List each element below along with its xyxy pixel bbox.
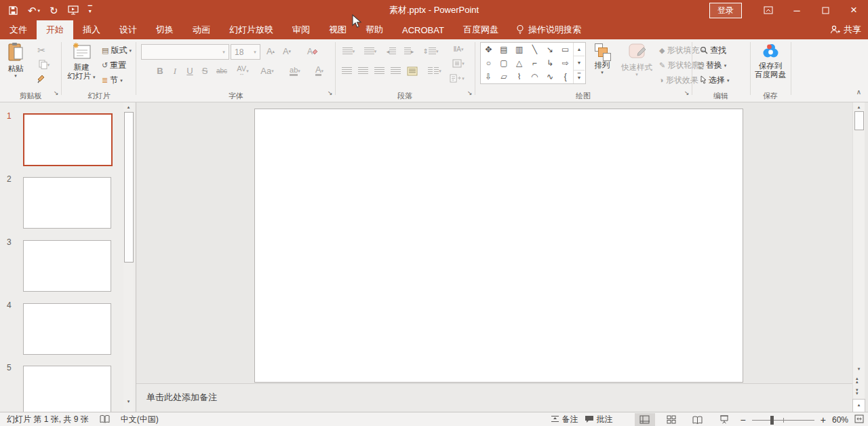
maximize-button[interactable]: [811, 0, 840, 20]
notes-pane[interactable]: 单击此处添加备注: [136, 383, 852, 412]
share-button[interactable]: 共享: [830, 20, 861, 39]
reset-button[interactable]: ↺ 重置: [102, 60, 126, 71]
tab-design[interactable]: 设计: [110, 20, 146, 39]
tell-me-search[interactable]: 操作说明搜索: [508, 20, 589, 39]
slide-canvas[interactable]: [254, 109, 743, 383]
align-center-button[interactable]: [355, 64, 370, 78]
undo-button[interactable]: ↶▾: [28, 5, 40, 16]
shape-outline-button[interactable]: ✎ 形状轮廓▾: [659, 60, 705, 71]
slide-thumbnail-4[interactable]: [23, 303, 111, 355]
zoom-in-button[interactable]: +: [821, 414, 826, 425]
align-text-button[interactable]: ▾: [445, 57, 472, 69]
notes-toggle-button[interactable]: 备注: [551, 414, 578, 425]
columns-button[interactable]: ▾: [425, 64, 445, 78]
find-button[interactable]: 查找: [700, 45, 726, 56]
font-color-button[interactable]: A▾: [309, 64, 330, 78]
zoom-slider[interactable]: [752, 413, 814, 426]
align-right-button[interactable]: [372, 64, 387, 78]
customize-qat-icon[interactable]: ▔▾: [88, 7, 92, 13]
previous-slide-button[interactable]: ▴▴: [856, 376, 859, 383]
shape-elbow-arrow-connector[interactable]: ↳: [542, 56, 558, 70]
accessibility-checker-icon[interactable]: [100, 414, 110, 425]
normal-view-button[interactable]: [635, 413, 655, 426]
zoom-level[interactable]: 60%: [832, 415, 848, 425]
thumbnail-scrollbar[interactable]: ▴ ▾: [123, 102, 134, 412]
shape-callout[interactable]: ▱: [496, 70, 512, 83]
drawing-dialog-launcher[interactable]: ↘: [684, 90, 690, 96]
shape-down-arrow[interactable]: ⇩: [481, 70, 496, 83]
slide-thumbnail-2[interactable]: [23, 177, 111, 229]
save-to-baidu-button[interactable]: 保存到 百度网盘: [753, 42, 788, 79]
shape-triangle[interactable]: △: [511, 56, 527, 70]
section-button[interactable]: ≣ 节▾: [102, 75, 123, 86]
shape-elbow-connector[interactable]: ⌐: [527, 56, 542, 70]
align-left-button[interactable]: [339, 64, 354, 78]
shape-scribble[interactable]: ⌇: [511, 70, 527, 83]
text-shadow-button[interactable]: abc: [213, 64, 231, 78]
shapes-scroll-down[interactable]: ▼: [574, 56, 585, 70]
shape-rectangle[interactable]: ▭: [557, 43, 573, 56]
decrease-font-size-button[interactable]: A▾: [279, 44, 294, 58]
layout-button[interactable]: ▤ 版式▾: [102, 45, 132, 56]
tab-file[interactable]: 文件: [0, 20, 37, 39]
signin-button[interactable]: 登录: [709, 3, 742, 18]
shape-effects-button[interactable]: ◑ 形状效果▾: [659, 75, 703, 86]
shape-vertical-text-box[interactable]: ▥: [511, 43, 527, 56]
scroll-up-icon[interactable]: ▴: [854, 102, 864, 112]
tab-home[interactable]: 开始: [37, 20, 73, 39]
font-size-combobox[interactable]: 18▾: [231, 44, 260, 60]
minimize-button[interactable]: ─: [783, 0, 811, 20]
scroll-down-icon[interactable]: ▾: [854, 364, 864, 374]
justify-button[interactable]: [388, 64, 403, 78]
tab-baidu-netdisk[interactable]: 百度网盘: [454, 20, 508, 39]
comments-toggle-button[interactable]: 批注: [585, 414, 613, 425]
tab-view[interactable]: 视图: [319, 20, 356, 39]
clear-formatting-button[interactable]: A: [304, 44, 320, 58]
character-spacing-button[interactable]: AV↔▾: [232, 64, 254, 78]
slide-thumbnail-5[interactable]: [23, 366, 111, 412]
fit-slide-to-window-button[interactable]: [854, 414, 864, 425]
slideshow-view-button[interactable]: [714, 413, 734, 426]
tab-insert[interactable]: 插入: [73, 20, 110, 39]
main-scrollbar[interactable]: ▴ ▾ ▴▴ ▾▾: [852, 102, 865, 399]
font-name-combobox[interactable]: ▾: [141, 44, 229, 60]
convert-to-smartart-button[interactable]: ▾: [442, 71, 472, 85]
tab-transitions[interactable]: 切换: [146, 20, 183, 39]
close-button[interactable]: ×: [840, 0, 868, 20]
line-spacing-button[interactable]: ⇕▾: [420, 44, 441, 58]
shape-fill-button[interactable]: ◆ 形状填充▾: [659, 45, 704, 56]
main-scrollbar-thumb[interactable]: [854, 111, 864, 130]
highlight-color-button[interactable]: ab▾: [283, 64, 307, 78]
numbering-button[interactable]: ▾: [361, 44, 380, 58]
thumbnail-scroll-down-icon[interactable]: ▾: [123, 397, 134, 406]
slide-thumbnail-1[interactable]: [23, 113, 113, 166]
select-button[interactable]: 选择▾: [700, 75, 730, 86]
redo-icon[interactable]: ↻: [50, 5, 58, 16]
increase-font-size-button[interactable]: A▴: [263, 44, 278, 58]
font-dialog-launcher[interactable]: ↘: [328, 90, 333, 96]
shapes-more-button[interactable]: ▔▼: [574, 71, 585, 83]
shape-text-box[interactable]: ▤: [496, 43, 512, 56]
shape-move[interactable]: ✥: [481, 43, 496, 56]
save-icon[interactable]: [8, 5, 18, 16]
zoom-slider-thumb[interactable]: [770, 416, 774, 425]
distribute-button[interactable]: [404, 64, 420, 78]
slide-sorter-view-button[interactable]: [661, 413, 682, 426]
text-direction-button[interactable]: ⅡA▾: [445, 43, 472, 55]
zoom-out-button[interactable]: −: [741, 414, 746, 425]
copy-button[interactable]: ▾: [33, 58, 56, 71]
tab-slideshow[interactable]: 幻灯片放映: [220, 20, 283, 39]
paragraph-dialog-launcher[interactable]: ↘: [467, 90, 473, 96]
decrease-indent-button[interactable]: ◂: [384, 44, 399, 58]
change-case-button[interactable]: Aa▾: [256, 64, 278, 78]
ribbon-display-options-icon[interactable]: [754, 0, 783, 20]
italic-button[interactable]: I: [168, 64, 182, 78]
next-slide-button[interactable]: ▾▾: [856, 388, 859, 395]
quick-styles-button[interactable]: 快速样式 ▾: [618, 42, 655, 77]
clipboard-dialog-launcher[interactable]: ↘: [54, 90, 59, 96]
arrange-button[interactable]: 排列 ▾: [589, 42, 616, 75]
collapse-ribbon-button[interactable]: ∧: [856, 88, 861, 96]
shape-oval[interactable]: ○: [481, 56, 496, 70]
slide-thumbnail-3[interactable]: [23, 240, 111, 292]
shapes-scroll-up[interactable]: ▲: [574, 43, 585, 56]
